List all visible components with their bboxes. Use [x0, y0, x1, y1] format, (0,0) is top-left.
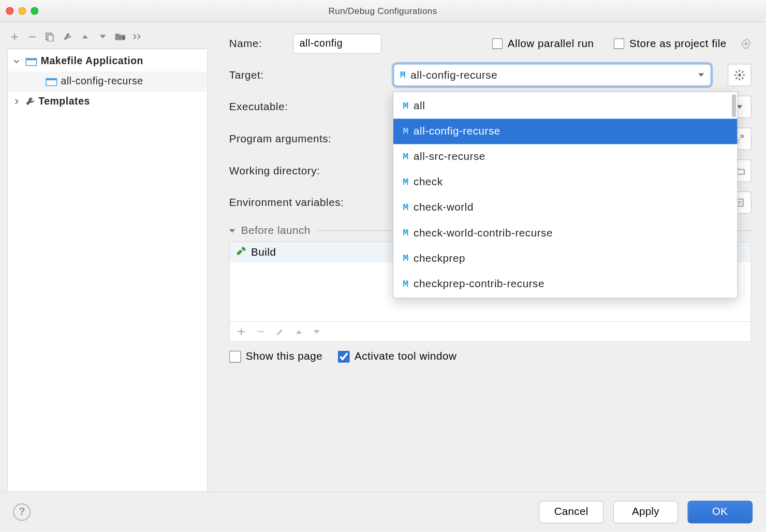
edit-task-icon[interactable] [276, 327, 285, 336]
add-task-icon[interactable] [237, 327, 246, 336]
working-dir-label: Working directory: [229, 165, 383, 177]
before-launch-toolbar [230, 321, 751, 342]
target-label: Target: [229, 69, 383, 81]
window-controls [6, 7, 38, 15]
apply-button[interactable]: Apply [613, 500, 679, 523]
option-label: all [414, 100, 425, 112]
makefile-target-icon: M [403, 202, 409, 213]
dropdown-scrollbar[interactable] [732, 95, 736, 117]
target-option-check-world[interactable]: Mcheck-world [393, 195, 737, 220]
window-title: Run/Debug Configurations [329, 6, 437, 16]
tree-node-makefile-application[interactable]: Makefile Application [8, 51, 208, 71]
makefile-target-icon: M [403, 152, 409, 162]
cancel-label: Cancel [554, 506, 588, 518]
target-dropdown[interactable]: Mall Mall-config-recurse Mall-src-recurs… [393, 92, 738, 298]
footer-checkboxes: Show this page Activate tool window [229, 350, 752, 363]
makefile-target-icon: M [403, 177, 409, 188]
makefile-target-icon: M [403, 101, 409, 112]
svg-line-15 [742, 71, 743, 73]
tree-node-all-config-recurse[interactable]: all-config-recurse [8, 71, 208, 92]
cancel-button[interactable]: Cancel [539, 500, 604, 523]
target-option-all-src-recurse[interactable]: Mall-src-recurse [393, 144, 737, 169]
makefile-app-icon [46, 77, 57, 86]
zoom-window-icon[interactable] [31, 7, 38, 15]
tree-node-label: all-config-recurse [61, 76, 143, 87]
target-settings-button[interactable] [728, 64, 752, 86]
target-option-checkprep[interactable]: Mcheckprep [393, 246, 737, 271]
close-window-icon[interactable] [6, 7, 13, 15]
name-input[interactable] [293, 34, 381, 54]
allow-parallel-run-input[interactable] [492, 38, 503, 49]
target-option-all-config-recurse[interactable]: Mall-config-recurse [393, 119, 737, 144]
folder-action-icon[interactable] [114, 31, 126, 42]
edit-templates-icon[interactable] [62, 31, 73, 42]
apply-label: Apply [632, 506, 659, 518]
svg-point-7 [745, 42, 748, 46]
target-value: all-config-recurse [410, 69, 497, 81]
store-as-project-input[interactable] [614, 38, 625, 49]
target-option-checkprep-contrib-recurse[interactable]: Mcheckprep-contrib-recurse [393, 271, 737, 297]
activate-tool-window-checkbox[interactable]: Activate tool window [338, 350, 457, 363]
tree-node-templates[interactable]: Templates [8, 92, 208, 112]
store-as-project-file-checkbox[interactable]: Store as project file [614, 37, 727, 50]
svg-rect-0 [28, 36, 35, 37]
env-vars-label: Environment variables: [229, 196, 383, 209]
target-select[interactable]: M all-config-recurse Mall Mall-config-re… [393, 64, 711, 86]
row-name: Name: Allow parallel run Store as projec… [229, 31, 752, 56]
move-task-up-icon[interactable] [296, 328, 303, 335]
option-label: check-world [414, 201, 474, 214]
svg-rect-20 [241, 247, 246, 251]
before-launch-item-label: Build [251, 246, 276, 258]
svg-line-13 [736, 71, 738, 73]
tree-node-label: Makefile Application [41, 55, 143, 67]
option-label: check-world-contrib-recurse [414, 227, 553, 239]
copy-config-icon[interactable] [43, 31, 55, 42]
expand-toggle-icon[interactable] [13, 99, 22, 105]
tree-node-label: Templates [38, 96, 90, 108]
svg-rect-21 [257, 331, 264, 332]
templates-icon [25, 97, 35, 106]
move-task-down-icon[interactable] [313, 328, 320, 335]
move-down-icon[interactable] [97, 31, 109, 42]
build-icon [235, 247, 246, 258]
ok-label: OK [712, 506, 728, 518]
chevron-down-icon [698, 71, 705, 79]
sidebar: Makefile Application all-config-recurse [0, 22, 213, 531]
option-label: all-src-recurse [414, 151, 485, 163]
name-label: Name: [229, 37, 283, 50]
show-this-page-checkbox[interactable]: Show this page [229, 350, 322, 363]
sidebar-toolbar [7, 28, 208, 49]
executable-label: Executable: [229, 101, 383, 113]
help-button[interactable]: ? [13, 503, 31, 521]
makefile-app-icon [25, 57, 37, 66]
activate-tool-window-input[interactable] [338, 350, 350, 362]
target-option-all[interactable]: Mall [393, 93, 737, 119]
svg-line-16 [736, 77, 738, 79]
program-args-label: Program arguments: [229, 132, 383, 145]
titlebar: Run/Debug Configurations [0, 0, 765, 22]
config-tree[interactable]: Makefile Application all-config-recurse [7, 49, 208, 526]
more-actions-icon[interactable] [132, 31, 144, 42]
makefile-target-icon: M [403, 278, 409, 289]
allow-parallel-run-checkbox[interactable]: Allow parallel run [492, 37, 594, 50]
remove-task-icon[interactable] [256, 327, 265, 336]
svg-rect-4 [26, 58, 37, 60]
makefile-target-icon: M [403, 253, 409, 264]
minimize-window-icon[interactable] [18, 7, 26, 15]
target-option-check-world-contrib-recurse[interactable]: Mcheck-world-contrib-recurse [393, 220, 737, 246]
option-label: checkprep-contrib-recurse [414, 277, 544, 290]
store-as-project-label: Store as project file [629, 37, 727, 50]
show-this-page-input[interactable] [229, 350, 241, 362]
option-label: check [414, 176, 443, 188]
project-file-settings-icon[interactable] [741, 38, 752, 49]
show-this-page-label: Show this page [246, 350, 322, 363]
collapse-toggle-icon[interactable] [229, 228, 235, 233]
add-config-icon[interactable] [8, 31, 20, 42]
before-launch-label: Before launch [241, 225, 311, 237]
svg-point-8 [738, 73, 741, 77]
remove-config-icon[interactable] [26, 31, 38, 42]
target-option-check[interactable]: Mcheck [393, 170, 737, 195]
move-up-icon[interactable] [79, 31, 91, 42]
expand-toggle-icon[interactable] [13, 58, 22, 64]
ok-button[interactable]: OK [687, 500, 753, 523]
